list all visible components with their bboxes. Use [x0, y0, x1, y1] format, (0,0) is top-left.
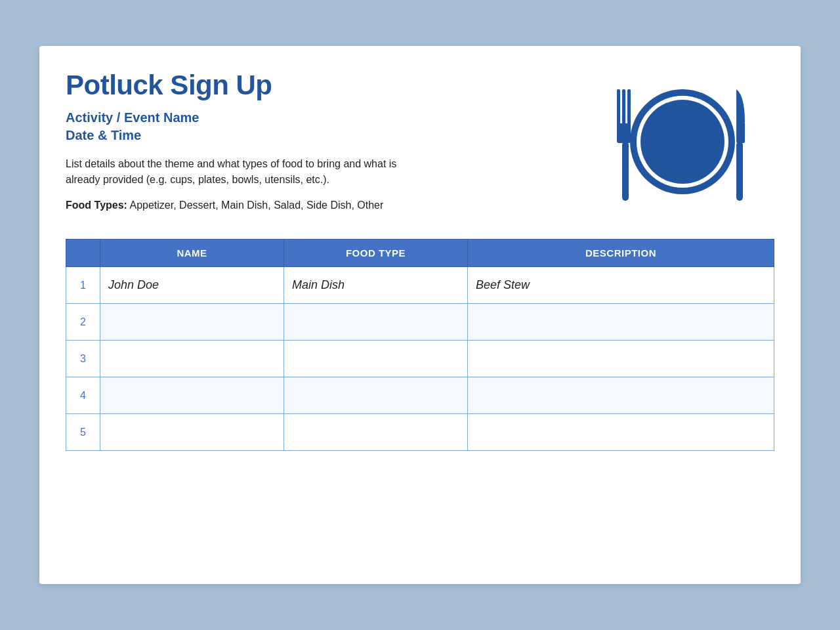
table-row: 2 [66, 304, 774, 341]
food-types-value: Appetizer, Dessert, Main Dish, Salad, Si… [127, 200, 383, 211]
svg-rect-1 [617, 89, 620, 125]
row-description [468, 341, 774, 377]
table-row: 5 [66, 414, 774, 451]
row-food-type [284, 377, 468, 414]
plate-icon [604, 76, 761, 210]
row-number: 1 [66, 267, 100, 304]
row-name: John Doe [100, 267, 284, 304]
row-number: 3 [66, 341, 100, 377]
row-name [100, 414, 284, 451]
signup-table: NAME FOOD TYPE DESCRIPTION 1John DoeMain… [66, 239, 774, 451]
header-left: Potluck Sign Up Activity / Event Name Da… [66, 70, 591, 227]
row-number: 4 [66, 377, 100, 414]
row-description: Beef Stew [468, 267, 774, 304]
row-number: 2 [66, 304, 100, 341]
svg-rect-9 [736, 122, 745, 143]
food-types-label: Food Types: [66, 200, 127, 211]
svg-rect-3 [627, 89, 631, 125]
col-description: DESCRIPTION [468, 240, 774, 267]
row-number: 5 [66, 414, 100, 451]
svg-rect-2 [622, 89, 625, 125]
header-row: Potluck Sign Up Activity / Event Name Da… [66, 70, 774, 227]
col-name: NAME [100, 240, 284, 267]
svg-point-7 [640, 100, 724, 184]
row-description [468, 377, 774, 414]
table-row: 1John DoeMain DishBeef Stew [66, 267, 774, 304]
col-num [66, 240, 100, 267]
col-food-type: FOOD TYPE [284, 240, 468, 267]
svg-rect-4 [617, 123, 631, 143]
table-row: 3 [66, 341, 774, 377]
table-row: 4 [66, 377, 774, 414]
row-name [100, 341, 284, 377]
food-types-line: Food Types: Appetizer, Dessert, Main Dis… [66, 200, 591, 211]
plate-icon-area [591, 70, 774, 210]
row-food-type [284, 304, 468, 341]
row-food-type: Main Dish [284, 267, 468, 304]
svg-rect-8 [736, 142, 743, 201]
svg-rect-0 [622, 142, 629, 201]
row-name [100, 304, 284, 341]
event-description: List details about the theme and what ty… [66, 156, 407, 188]
row-food-type [284, 341, 468, 377]
row-description [468, 304, 774, 341]
row-food-type [284, 414, 468, 451]
main-card: Potluck Sign Up Activity / Event Name Da… [39, 46, 801, 584]
page-title: Potluck Sign Up [66, 70, 591, 101]
table-header-row: NAME FOOD TYPE DESCRIPTION [66, 240, 774, 267]
event-date: Date & Time [66, 128, 591, 143]
row-description [468, 414, 774, 451]
row-name [100, 377, 284, 414]
event-name: Activity / Event Name [66, 110, 591, 125]
